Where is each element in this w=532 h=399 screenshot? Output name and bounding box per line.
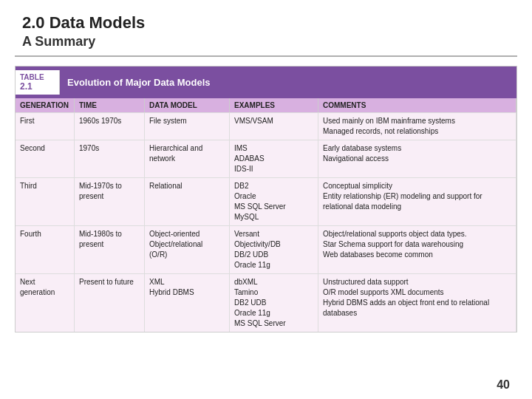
- page-title: 2.0 Data Models: [22, 13, 510, 33]
- table-header: TABLE 2.1 Evolution of Major Data Models: [16, 66, 516, 98]
- col-header-examples: EXAMPLES: [230, 98, 318, 112]
- table-body: First1960s 1970sFile systemVMS/VSAMUsed …: [16, 112, 516, 332]
- col-header-time: TIME: [75, 98, 145, 112]
- data-table: TABLE 2.1 Evolution of Major Data Models…: [15, 66, 517, 332]
- column-headers: GENERATION TIME DATA MODEL EXAMPLES COMM…: [16, 98, 516, 112]
- table-row: ThirdMid-1970s to presentRelationalDB2 O…: [16, 177, 516, 225]
- col-header-comments: COMMENTS: [318, 98, 516, 112]
- table-row: Next generationPresent to futureXML Hybr…: [16, 273, 516, 332]
- table-label: TABLE 2.1: [16, 70, 60, 95]
- table-row: FourthMid-1980s to presentObject-oriente…: [16, 225, 516, 273]
- col-header-datamodel: DATA MODEL: [145, 98, 230, 112]
- table-title: Evolution of Major Data Models: [60, 70, 218, 95]
- page-header: 2.0 Data Models A Summary: [0, 0, 532, 55]
- table-row: First1960s 1970sFile systemVMS/VSAMUsed …: [16, 112, 516, 140]
- col-header-generation: GENERATION: [16, 98, 75, 112]
- table-row: Second1970sHierarchical and networkIMS A…: [16, 140, 516, 177]
- page-subtitle: A Summary: [22, 34, 510, 50]
- page-number: 40: [497, 378, 510, 392]
- divider: [15, 55, 517, 57]
